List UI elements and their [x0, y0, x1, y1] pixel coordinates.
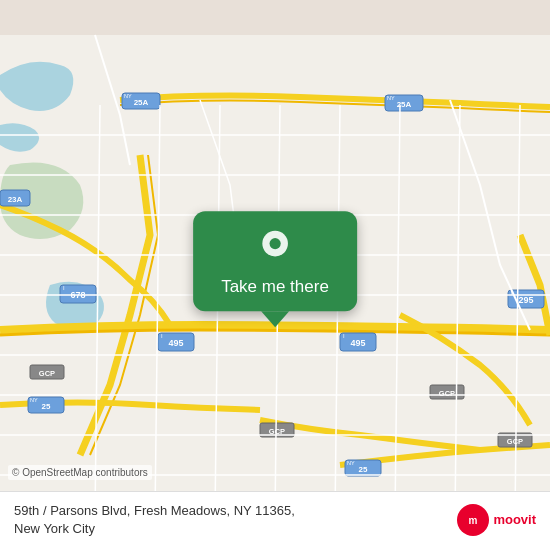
moovit-brand-text: moovit: [493, 512, 536, 527]
svg-text:GCP: GCP: [439, 389, 455, 398]
moovit-logo-icon: m: [463, 510, 483, 530]
svg-text:495: 495: [350, 338, 365, 348]
svg-text:295: 295: [518, 295, 533, 305]
svg-text:GCP: GCP: [507, 437, 523, 446]
card-pointer: [261, 311, 289, 327]
svg-text:NY: NY: [124, 93, 132, 99]
svg-text:25A: 25A: [134, 98, 149, 107]
take-me-there-card[interactable]: Take me there: [193, 211, 357, 311]
take-me-there-button[interactable]: Take me there: [221, 277, 329, 297]
svg-text:25: 25: [359, 465, 368, 474]
address-info-bar: 59th / Parsons Blvd, Fresh Meadows, NY 1…: [0, 491, 550, 550]
svg-text:NY: NY: [387, 95, 395, 101]
map-container: 678 I 495 I 495 I 295 I 25A NY 25A NY 25…: [0, 0, 550, 550]
svg-text:25: 25: [42, 402, 51, 411]
svg-text:NY: NY: [347, 460, 355, 466]
svg-text:GCP: GCP: [39, 369, 55, 378]
address-text: 59th / Parsons Blvd, Fresh Meadows, NY 1…: [14, 502, 457, 538]
location-pin-icon: [255, 229, 295, 269]
svg-text:m: m: [469, 515, 478, 526]
svg-text:NY: NY: [30, 397, 38, 403]
address-line2: New York City: [14, 521, 95, 536]
copyright-notice: © OpenStreetMap contributors: [8, 465, 152, 480]
svg-text:495: 495: [168, 338, 183, 348]
svg-text:23A: 23A: [8, 195, 23, 204]
address-line1: 59th / Parsons Blvd, Fresh Meadows, NY 1…: [14, 503, 295, 518]
navigation-overlay[interactable]: Take me there: [193, 211, 357, 327]
moovit-icon: m: [457, 504, 489, 536]
svg-text:25A: 25A: [397, 100, 412, 109]
moovit-logo[interactable]: m moovit: [457, 504, 536, 536]
